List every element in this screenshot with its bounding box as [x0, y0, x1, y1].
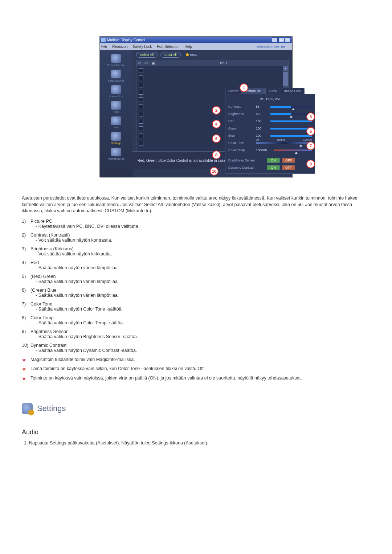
menu-safety-lock[interactable]: Safety Lock	[133, 45, 152, 49]
star-item: Toiminto on käytössä vain näytöissä, joi…	[22, 375, 370, 382]
busy-icon	[186, 53, 189, 56]
sidebar-item-pip[interactable]: PIP	[100, 116, 132, 129]
row-red: Red100	[228, 118, 312, 125]
app-icon	[101, 38, 106, 42]
audio-steps: Napsauta Settings-pääkuvaketta (Asetukse…	[22, 440, 370, 446]
menu-remocon[interactable]: Remocon	[112, 45, 128, 49]
row-color-temp: Color Temp10000K	[228, 147, 312, 154]
row-checkbox[interactable]	[139, 134, 143, 138]
list-item: (Red) Green- Säätää valitun näytön värie…	[22, 274, 370, 284]
row-checkbox[interactable]	[139, 141, 143, 145]
menu-file[interactable]: File	[101, 45, 107, 49]
col-id[interactable]: ID	[144, 61, 152, 65]
callout-8: 8	[212, 151, 221, 159]
row-checkbox[interactable]	[139, 126, 143, 131]
row-checkbox[interactable]	[139, 75, 143, 80]
col-status-icon[interactable]: ▣	[152, 61, 159, 65]
row-checkbox[interactable]	[139, 97, 143, 102]
row-color-tone: Color Tone OffNormalCustom	[228, 139, 312, 147]
row-checkbox[interactable]	[139, 68, 143, 73]
list-item: Dynamic Contrast- Säätää valitun näytön …	[22, 343, 370, 353]
tab-audio[interactable]: Audio	[265, 88, 280, 94]
sidebar-item-maintenance[interactable]: Maintenance	[100, 148, 132, 160]
row-contrast: Contrast56	[228, 103, 312, 110]
audio-heading: Audio	[22, 428, 370, 436]
green-slider[interactable]	[270, 128, 312, 130]
col-input[interactable]: Input	[159, 61, 288, 65]
star-item: Tämä toiminto on käytössä vain silloin, …	[22, 366, 370, 372]
select-all-button[interactable]: Select All	[136, 52, 158, 58]
sidebar-item-time[interactable]: Time	[100, 101, 132, 114]
list-item: (Green) Blue- Säätää valitun näytön väri…	[22, 288, 370, 298]
callout-9: 9	[306, 160, 315, 168]
busy-indicator: Busy	[186, 53, 197, 57]
list-item: Contrast (Kontrasti)- Voit säätää valitu…	[22, 233, 370, 243]
scroll-up-icon[interactable]: ▲	[283, 66, 288, 71]
tab-image-lock[interactable]: Image Lock	[281, 88, 305, 94]
star-list: MagicInfoin tulolähde toimii vain MagicI…	[22, 357, 370, 382]
menubar: File Remocon Safety Lock Port Selection …	[100, 43, 292, 50]
sidebar-item-image-size[interactable]: Image Size	[100, 85, 132, 98]
color-temp-slider[interactable]	[274, 149, 312, 151]
callout-4: 4	[212, 120, 221, 128]
dynamic-contrast-off-button[interactable]: OFF	[282, 165, 295, 170]
row-checkbox[interactable]	[139, 90, 143, 95]
brand-label: SAMSUNG DIGITall	[257, 45, 286, 48]
menu-port-selection[interactable]: Port Selection	[157, 45, 179, 49]
row-checkbox[interactable]	[139, 104, 143, 109]
power-icon	[111, 54, 121, 63]
sidebar-item-power-control[interactable]: Power Control	[100, 54, 132, 67]
sidebar: Power Control Input Source Image Size Ti…	[100, 50, 132, 177]
list-row[interactable]	[136, 81, 288, 89]
window-title: Multiple Display Control	[107, 38, 145, 42]
description-intro: Asetusten perustiedot ovat tietoruudukos…	[22, 195, 370, 214]
list-item: Color Tone- Säätää valitun näytön Color …	[22, 301, 370, 312]
close-button[interactable]: ×	[285, 37, 291, 42]
settings-icon	[111, 132, 121, 141]
time-icon	[111, 101, 121, 110]
callout-10: 10	[210, 167, 219, 176]
maximize-button[interactable]: ▢	[278, 37, 284, 42]
star-item: MagicInfoin tulolähde toimii vain MagicI…	[22, 357, 370, 363]
callout-3: 3	[306, 112, 315, 121]
minimize-button[interactable]: _	[272, 37, 278, 42]
blue-slider[interactable]	[270, 135, 312, 137]
col-checkbox[interactable]: ☑	[138, 61, 144, 65]
settings-heading-icon	[22, 403, 33, 414]
sidebar-item-settings[interactable]: Settings	[100, 132, 132, 145]
numbered-list: Picture PC- Käytettävissä vain PC, BNC, …	[22, 219, 370, 353]
maintenance-icon	[111, 148, 121, 156]
callout-1: 1	[240, 83, 248, 92]
brightness-sensor-on-button[interactable]: ON	[267, 158, 280, 163]
row-dynamic-contrast: Dynamic Contrast ON OFF	[228, 164, 312, 171]
callout-7: 7	[306, 141, 315, 150]
settings-panel: Picture Picture PC Audio Image Lock PC, …	[225, 88, 312, 174]
titlebar[interactable]: Multiple Display Control _ ▢ ×	[100, 37, 292, 43]
list-item: Red- Säätää valitun näytön värien lämpöt…	[22, 260, 370, 270]
image-size-icon	[111, 85, 121, 94]
sidebar-item-input-source[interactable]: Input Source	[100, 70, 132, 82]
clear-all-button[interactable]: Clear All	[160, 52, 181, 58]
red-slider[interactable]	[270, 120, 312, 122]
row-checkbox[interactable]	[139, 83, 143, 87]
color-tone-slider[interactable]: OffNormalCustom	[256, 142, 312, 144]
row-brightness: Brightness50	[228, 110, 312, 118]
row-checkbox[interactable]	[139, 112, 143, 116]
menu-help[interactable]: Help	[184, 45, 192, 49]
row-checkbox[interactable]	[139, 119, 143, 124]
tab-picture[interactable]: Picture	[225, 88, 242, 94]
row-green: Green100	[228, 125, 312, 132]
list-row[interactable]	[136, 67, 288, 74]
dynamic-contrast-on-button[interactable]: ON	[267, 165, 280, 170]
list-row[interactable]	[136, 74, 288, 81]
row-brightness-sensor: Brightness Sensor ON OFF	[228, 157, 312, 164]
brightness-sensor-off-button[interactable]: OFF	[282, 158, 295, 163]
list-header: ☑ ID ▣ Input	[136, 60, 288, 66]
contrast-slider[interactable]	[270, 106, 312, 108]
list-item: Brightness Sensor- Säätää valitun näytön…	[22, 329, 370, 339]
list-item: Color Temp- Säätää valitun näytön Color …	[22, 315, 370, 325]
list-item: Picture PC- Käytettävissä vain PC, BNC, …	[22, 219, 370, 229]
brightness-slider[interactable]	[270, 113, 312, 115]
callout-2: 2	[212, 106, 221, 115]
scroll-thumb[interactable]	[283, 72, 288, 86]
